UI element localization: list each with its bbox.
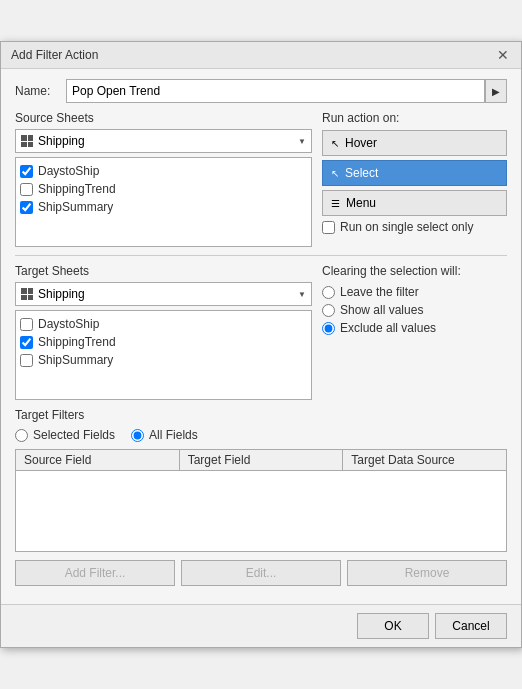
- target-left: Target Sheets Shipping ▼ DaystoShip: [15, 264, 312, 400]
- list-item: DaystoShip: [20, 315, 307, 333]
- selected-fields-radio[interactable]: [15, 429, 28, 442]
- title-bar: Add Filter Action ✕: [1, 42, 521, 69]
- source-shipsummary-checkbox[interactable]: [20, 201, 33, 214]
- source-daystoship-label: DaystoShip: [38, 164, 99, 178]
- list-item: ShipSummary: [20, 198, 307, 216]
- target-shipsummary-checkbox[interactable]: [20, 354, 33, 367]
- source-sheet-dropdown[interactable]: Shipping ▼: [15, 129, 312, 153]
- target-checkbox-list: DaystoShip ShippingTrend ShipSummary: [15, 310, 312, 400]
- dialog-body: Name: ▶ Source Sheets Shipping ▼: [1, 69, 521, 604]
- source-sheet-value: Shipping: [38, 134, 85, 148]
- add-filter-dialog: Add Filter Action ✕ Name: ▶ Source Sheet…: [0, 41, 522, 648]
- exclude-all-item: Exclude all values: [322, 319, 507, 337]
- run-action-right: Run action on: ↖ Hover ↖ Select ☰ Menu R…: [322, 111, 507, 247]
- name-row: Name: ▶: [15, 79, 507, 103]
- source-shippingtrend-label: ShippingTrend: [38, 182, 116, 196]
- dialog-title: Add Filter Action: [11, 48, 98, 62]
- target-sheet-dropdown[interactable]: Shipping ▼: [15, 282, 312, 306]
- name-arrow-button[interactable]: ▶: [485, 79, 507, 103]
- source-section: Source Sheets Shipping ▼ DaystoShip: [15, 111, 507, 247]
- menu-icon: ☰: [331, 198, 340, 209]
- source-sheets-label: Source Sheets: [15, 111, 312, 125]
- run-single-row: Run on single select only: [322, 220, 507, 234]
- all-fields-label: All Fields: [149, 428, 198, 442]
- menu-label: Menu: [346, 196, 376, 210]
- target-grid-icon: [21, 288, 33, 300]
- bottom-btn-row: Add Filter... Edit... Remove: [15, 560, 507, 586]
- source-checkbox-list: DaystoShip ShippingTrend ShipSummary: [15, 157, 312, 247]
- leave-filter-label: Leave the filter: [340, 285, 419, 299]
- target-sheet-chevron: ▼: [298, 290, 306, 299]
- col-target-field: Target Field: [180, 450, 344, 470]
- target-sheets-label: Target Sheets: [15, 264, 312, 278]
- source-left: Source Sheets Shipping ▼ DaystoShip: [15, 111, 312, 247]
- run-single-label: Run on single select only: [340, 220, 473, 234]
- target-shippingtrend-checkbox[interactable]: [20, 336, 33, 349]
- cursor-icon: ↖: [331, 138, 339, 149]
- select-button[interactable]: ↖ Select: [322, 160, 507, 186]
- leave-filter-radio[interactable]: [322, 286, 335, 299]
- hover-label: Hover: [345, 136, 377, 150]
- name-input[interactable]: [66, 79, 485, 103]
- col-target-data-source: Target Data Source: [343, 450, 506, 470]
- selected-fields-item: Selected Fields: [15, 426, 115, 444]
- col-source-field: Source Field: [16, 450, 180, 470]
- name-label: Name:: [15, 84, 60, 98]
- ok-button[interactable]: OK: [357, 613, 429, 639]
- target-shipsummary-label: ShipSummary: [38, 353, 113, 367]
- target-shippingtrend-label: ShippingTrend: [38, 335, 116, 349]
- run-single-checkbox[interactable]: [322, 221, 335, 234]
- table-body: [16, 471, 506, 551]
- target-filters-label: Target Filters: [15, 408, 507, 422]
- filter-table: Source Field Target Field Target Data So…: [15, 449, 507, 552]
- exclude-all-label: Exclude all values: [340, 321, 436, 335]
- source-sheet-inner: Shipping: [21, 134, 85, 148]
- leave-filter-item: Leave the filter: [322, 283, 507, 301]
- edit-button[interactable]: Edit...: [181, 560, 341, 586]
- cancel-button[interactable]: Cancel: [435, 613, 507, 639]
- target-section: Target Sheets Shipping ▼ DaystoShip: [15, 264, 507, 400]
- dialog-footer: OK Cancel: [1, 604, 521, 647]
- target-daystoship-checkbox[interactable]: [20, 318, 33, 331]
- source-daystoship-checkbox[interactable]: [20, 165, 33, 178]
- table-header: Source Field Target Field Target Data So…: [16, 450, 506, 471]
- clearing-label: Clearing the selection will:: [322, 264, 507, 278]
- close-button[interactable]: ✕: [495, 48, 511, 62]
- target-daystoship-label: DaystoShip: [38, 317, 99, 331]
- run-action-label: Run action on:: [322, 111, 507, 125]
- source-shippingtrend-checkbox[interactable]: [20, 183, 33, 196]
- selected-fields-label: Selected Fields: [33, 428, 115, 442]
- source-shipsummary-label: ShipSummary: [38, 200, 113, 214]
- target-filters-section: Target Filters Selected Fields All Field…: [15, 408, 507, 586]
- select-label: Select: [345, 166, 378, 180]
- target-filters-radio-row: Selected Fields All Fields: [15, 426, 507, 444]
- name-input-wrapper: ▶: [66, 79, 507, 103]
- list-item: ShippingTrend: [20, 333, 307, 351]
- show-all-label: Show all values: [340, 303, 423, 317]
- exclude-all-radio[interactable]: [322, 322, 335, 335]
- all-fields-radio[interactable]: [131, 429, 144, 442]
- source-sheet-chevron: ▼: [298, 137, 306, 146]
- list-item: ShipSummary: [20, 351, 307, 369]
- add-filter-button[interactable]: Add Filter...: [15, 560, 175, 586]
- show-all-radio[interactable]: [322, 304, 335, 317]
- remove-button[interactable]: Remove: [347, 560, 507, 586]
- grid-icon: [21, 135, 33, 147]
- clearing-right: Clearing the selection will: Leave the f…: [322, 264, 507, 400]
- section-divider: [15, 255, 507, 256]
- select-cursor-icon: ↖: [331, 168, 339, 179]
- show-all-item: Show all values: [322, 301, 507, 319]
- list-item: DaystoShip: [20, 162, 307, 180]
- target-sheet-inner: Shipping: [21, 287, 85, 301]
- hover-button[interactable]: ↖ Hover: [322, 130, 507, 156]
- all-fields-item: All Fields: [131, 426, 198, 444]
- menu-button[interactable]: ☰ Menu: [322, 190, 507, 216]
- target-sheet-value: Shipping: [38, 287, 85, 301]
- list-item: ShippingTrend: [20, 180, 307, 198]
